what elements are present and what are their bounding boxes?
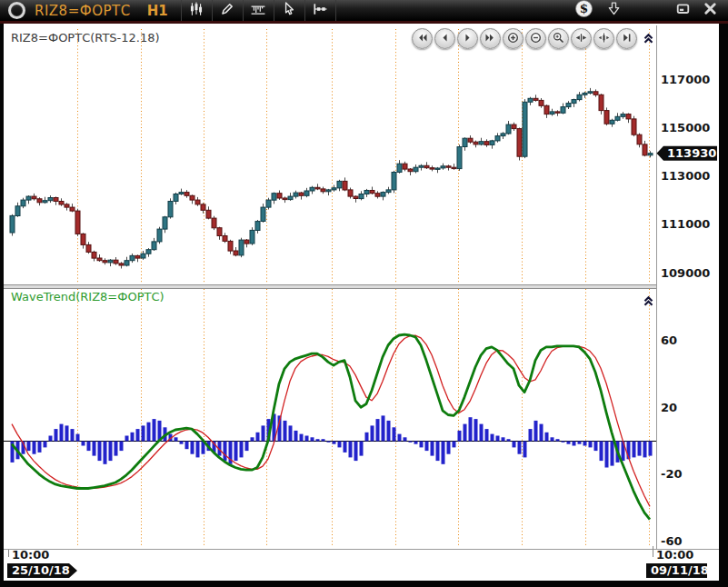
restore-icon bbox=[676, 2, 690, 19]
close-icon bbox=[703, 2, 717, 19]
title-bar: RIZ8=ФОРТС H1 $ bbox=[0, 0, 728, 24]
titlebar-toolbar bbox=[181, 0, 336, 21]
rewind-icon bbox=[416, 30, 428, 47]
zoom-in-button[interactable] bbox=[503, 28, 524, 49]
trading-terminal-window: RIZ8=ФОРТС H1 $ 117000115000113000111000… bbox=[0, 0, 728, 587]
indicator-panel-label: WaveTrend(RIZ8=ФОРТС) bbox=[11, 290, 165, 303]
app-logo-ring-icon bbox=[8, 2, 25, 19]
indicators-button[interactable] bbox=[243, 0, 274, 21]
right-date-value: 09/11/18 bbox=[651, 563, 709, 577]
scroll-fast-left-button[interactable] bbox=[412, 28, 433, 49]
indicator-tick-label: -60 bbox=[661, 534, 683, 548]
left-date-value: 25/10/18 bbox=[12, 563, 70, 577]
indicator-tick-label: 60 bbox=[661, 333, 677, 347]
scroll-fast-right-button[interactable] bbox=[480, 28, 501, 49]
pencil-icon bbox=[220, 2, 234, 20]
svg-text:$: $ bbox=[580, 1, 589, 15]
instrument-title: RIZ8=ФОРТС bbox=[35, 3, 131, 19]
collapse-price-panel-button[interactable] bbox=[640, 31, 656, 45]
cursor-icon bbox=[282, 2, 296, 20]
collapse-indicator-panel-button[interactable] bbox=[640, 294, 656, 308]
restore-window-button[interactable] bbox=[676, 2, 690, 19]
close-window-button[interactable] bbox=[703, 2, 717, 19]
zoom-out-icon bbox=[530, 30, 542, 47]
chart-navigation-toolbar bbox=[412, 28, 637, 49]
price-tick-label: 117000 bbox=[661, 73, 710, 86]
price-tick-label: 109000 bbox=[661, 266, 710, 280]
right-time-label: 10:00 bbox=[656, 548, 693, 562]
indicator-tick-label: -20 bbox=[661, 467, 683, 481]
cursor-mode-button[interactable] bbox=[274, 0, 304, 21]
zoom-in-icon bbox=[507, 30, 519, 47]
forward-icon bbox=[462, 30, 474, 47]
back-icon bbox=[439, 30, 451, 47]
price-panel-label: RIZ8=ФОРТС(RTS-12.18) bbox=[11, 31, 160, 45]
levels-button[interactable] bbox=[304, 0, 336, 21]
currency-button[interactable]: $ bbox=[574, 0, 593, 22]
draw-tools-button[interactable] bbox=[212, 0, 243, 21]
price-tick-label: 115000 bbox=[661, 121, 710, 134]
go-to-end-button[interactable] bbox=[616, 28, 637, 49]
arrow-down-icon bbox=[607, 2, 621, 19]
indicator-tick-label: 20 bbox=[661, 401, 677, 414]
zoom-area-button[interactable] bbox=[548, 28, 569, 49]
titlebar-window-controls: $ bbox=[574, 0, 728, 22]
chart-type-candles-button[interactable] bbox=[181, 0, 212, 21]
skip-end-icon bbox=[621, 30, 633, 47]
price-tick-label: 111000 bbox=[661, 217, 710, 231]
compress-candles-button[interactable] bbox=[593, 28, 614, 49]
dollar-icon: $ bbox=[574, 0, 593, 22]
indicator-icon bbox=[251, 2, 265, 20]
magnifier-icon bbox=[553, 30, 564, 47]
price-tick-label: 113000 bbox=[661, 169, 710, 183]
compress-h-icon bbox=[575, 30, 587, 47]
current-price-value: 113930 bbox=[667, 146, 716, 160]
compress-horizontal-button[interactable] bbox=[571, 28, 592, 49]
download-button[interactable] bbox=[607, 2, 621, 19]
scroll-right-button[interactable] bbox=[457, 28, 478, 49]
levels-icon bbox=[313, 2, 327, 20]
timeframe-label: H1 bbox=[147, 3, 168, 19]
scroll-left-button[interactable] bbox=[434, 28, 455, 49]
ffwd-icon bbox=[484, 30, 496, 47]
zoom-out-button[interactable] bbox=[525, 28, 546, 49]
left-time-label: 10:00 bbox=[12, 548, 49, 562]
candles-icon bbox=[189, 2, 204, 20]
chart-area: 1170001150001130001110001090001139306020… bbox=[4, 24, 719, 581]
compress-candles-icon bbox=[598, 30, 610, 47]
